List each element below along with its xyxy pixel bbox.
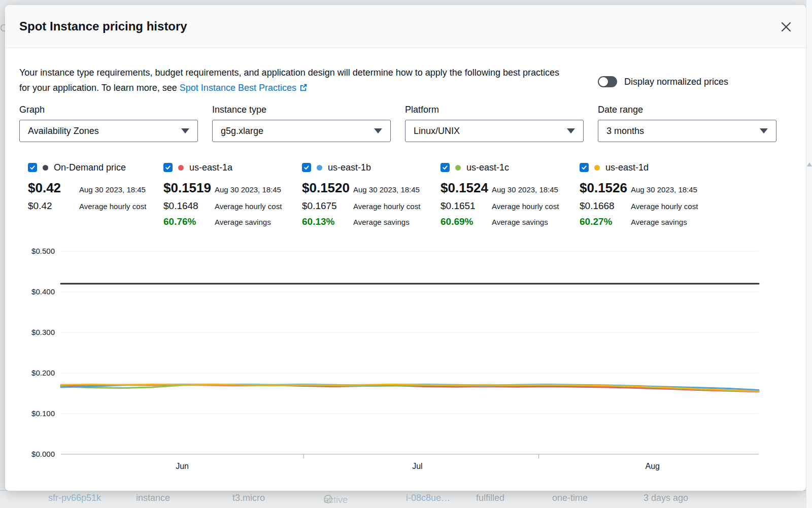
normalized-prices-toggle[interactable] bbox=[598, 76, 617, 87]
average-savings-row: 60.13%Average savings bbox=[302, 216, 441, 227]
average-savings-value: 60.13% bbox=[302, 216, 353, 227]
legend-head-us-east-1d: us-east-1d bbox=[580, 161, 698, 174]
current-price-row: $0.1524Aug 30 2023, 18:45 bbox=[441, 180, 580, 196]
external-link-icon bbox=[299, 83, 308, 92]
background-cell-age: 3 days ago bbox=[644, 493, 688, 503]
checkmark-icon bbox=[29, 164, 36, 171]
current-price-value: $0.1520 bbox=[302, 180, 353, 196]
average-savings-label: Average savings bbox=[215, 218, 271, 226]
average-savings-row: 60.27%Average savings bbox=[580, 216, 698, 227]
intro-paragraph: Your instance type requirements, budget … bbox=[19, 65, 567, 95]
date-range-select[interactable]: 3 months bbox=[598, 120, 776, 142]
browser-scrollbar[interactable] bbox=[806, 0, 812, 508]
average-cost-value: $0.1648 bbox=[163, 200, 215, 212]
background-cell-request: one-time bbox=[552, 493, 588, 503]
checkbox-us-east-1a[interactable] bbox=[163, 163, 173, 172]
average-savings-value: 60.69% bbox=[441, 216, 492, 227]
legend-item-us-east-1a: us-east-1a$0.1519Aug 30 2023, 18:45$0.16… bbox=[163, 161, 302, 232]
average-cost-label: Average hourly cost bbox=[215, 202, 282, 211]
y-axis-tick-label: $0.500 bbox=[31, 247, 55, 255]
close-button[interactable] bbox=[779, 19, 794, 35]
legend-item-us-east-1c: us-east-1c$0.1524Aug 30 2023, 18:45$0.16… bbox=[441, 161, 580, 232]
series-name: us-east-1d bbox=[605, 162, 649, 173]
average-cost-value: $0.1675 bbox=[302, 200, 353, 212]
graph-filter: Graph Availability Zones bbox=[19, 105, 198, 142]
series-color-dot bbox=[317, 165, 322, 171]
current-price-row: $0.1520Aug 30 2023, 18:45 bbox=[302, 180, 441, 196]
graph-select-value: Availability Zones bbox=[28, 126, 99, 137]
series-name: us-east-1c bbox=[466, 162, 509, 173]
x-axis-month-label: Jun bbox=[176, 462, 189, 470]
y-axis-tick-label: $0.200 bbox=[31, 368, 55, 377]
series-name: us-east-1b bbox=[328, 162, 371, 173]
background-cell-type: instance bbox=[136, 493, 170, 503]
chevron-down-icon bbox=[760, 128, 768, 133]
average-cost-label: Average hourly cost bbox=[353, 202, 420, 211]
current-price-value: $0.1524 bbox=[441, 180, 492, 196]
price-chart-svg: $0.000$0.100$0.200$0.300$0.400$0.500JunJ… bbox=[19, 239, 792, 480]
checkmark-icon bbox=[303, 164, 310, 171]
background-cell-instance: t3.micro bbox=[232, 493, 265, 503]
average-cost-label: Average hourly cost bbox=[631, 202, 698, 211]
background-cell-instance-id: i-08c8ue… bbox=[406, 493, 450, 503]
chevron-down-icon bbox=[567, 128, 575, 133]
average-cost-label: Average hourly cost bbox=[492, 202, 559, 211]
checkmark-icon bbox=[165, 164, 171, 171]
legend-item-on-demand-price: On-Demand price$0.42Aug 30 2023, 18:45$0… bbox=[28, 161, 163, 232]
legend-head-us-east-1b: us-east-1b bbox=[302, 161, 441, 174]
platform-filter: Platform Linux/UNIX bbox=[405, 105, 584, 142]
series-name: On-Demand price bbox=[54, 162, 126, 173]
checkbox-on-demand-price[interactable] bbox=[28, 163, 37, 172]
graph-select[interactable]: Availability Zones bbox=[19, 120, 198, 142]
date-range-select-value: 3 months bbox=[606, 126, 644, 137]
current-price-value: $0.42 bbox=[28, 180, 79, 196]
series-color-dot bbox=[455, 165, 461, 171]
current-price-row: $0.1526Aug 30 2023, 18:45 bbox=[580, 180, 698, 196]
best-practices-link[interactable]: Spot Instance Best Practices bbox=[180, 83, 308, 93]
y-axis-tick-label: $0.400 bbox=[31, 287, 55, 296]
average-cost-row: $0.42Average hourly cost bbox=[28, 200, 163, 212]
background-cell-fulfilled: fulfilled bbox=[476, 493, 504, 503]
average-savings-row: 60.76%Average savings bbox=[163, 216, 302, 227]
date-range-filter: Date range 3 months bbox=[598, 105, 776, 142]
instance-type-filter: Instance type g5g.xlarge bbox=[212, 105, 391, 142]
instance-type-select[interactable]: g5g.xlarge bbox=[212, 120, 391, 142]
average-cost-row: $0.1648Average hourly cost bbox=[163, 200, 302, 212]
average-savings-label: Average savings bbox=[492, 218, 548, 226]
current-price-value: $0.1519 bbox=[163, 180, 215, 196]
filter-bar: Graph Availability Zones Instance type g… bbox=[19, 105, 776, 142]
current-price-timestamp: Aug 30 2023, 18:45 bbox=[215, 185, 281, 194]
legend-item-us-east-1d: us-east-1d$0.1526Aug 30 2023, 18:45$0.16… bbox=[580, 161, 698, 232]
current-price-row: $0.1519Aug 30 2023, 18:45 bbox=[163, 180, 302, 196]
legend-head-us-east-1c: us-east-1c bbox=[441, 161, 580, 174]
average-cost-value: $0.1668 bbox=[580, 200, 631, 212]
current-price-timestamp: Aug 30 2023, 18:45 bbox=[353, 185, 420, 194]
checkbox-us-east-1c[interactable] bbox=[441, 163, 450, 172]
series-name: us-east-1a bbox=[189, 162, 232, 173]
average-cost-row: $0.1668Average hourly cost bbox=[580, 200, 698, 212]
x-axis-month-label: Aug bbox=[646, 462, 660, 470]
series-color-dot bbox=[43, 165, 48, 171]
series-color-dot bbox=[178, 165, 184, 171]
chart-legend: On-Demand price$0.42Aug 30 2023, 18:45$0… bbox=[28, 161, 698, 232]
instance-type-filter-label: Instance type bbox=[212, 105, 391, 115]
average-cost-value: $0.1651 bbox=[441, 200, 492, 212]
checkbox-us-east-1b[interactable] bbox=[302, 163, 311, 172]
legend-head-us-east-1a: us-east-1a bbox=[163, 161, 302, 174]
checkmark-icon bbox=[581, 164, 587, 171]
checkbox-us-east-1d[interactable] bbox=[580, 163, 589, 172]
average-cost-value: $0.42 bbox=[28, 200, 79, 212]
chevron-down-icon bbox=[374, 128, 382, 133]
platform-filter-label: Platform bbox=[405, 105, 584, 115]
normalized-prices-toggle-label: Display normalized prices bbox=[624, 77, 728, 87]
y-axis-tick-label: $0.100 bbox=[31, 409, 55, 418]
current-price-value: $0.1526 bbox=[580, 180, 631, 196]
toggle-knob bbox=[599, 77, 608, 86]
current-price-timestamp: Aug 30 2023, 18:45 bbox=[79, 185, 146, 194]
average-savings-label: Average savings bbox=[631, 218, 687, 226]
y-axis-tick-label: $0.300 bbox=[31, 328, 55, 336]
platform-select[interactable]: Linux/UNIX bbox=[405, 120, 584, 142]
series-color-dot bbox=[594, 165, 600, 171]
current-price-timestamp: Aug 30 2023, 18:45 bbox=[492, 185, 558, 194]
legend-item-us-east-1b: us-east-1b$0.1520Aug 30 2023, 18:45$0.16… bbox=[302, 161, 441, 232]
